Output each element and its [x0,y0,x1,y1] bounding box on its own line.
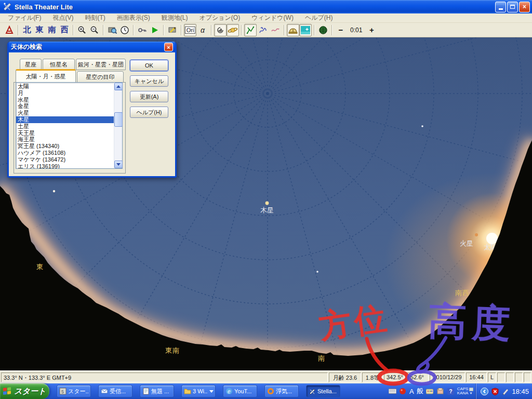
taskbar-clock[interactable]: 18:45 [512,388,529,395]
scroll-thumb[interactable] [114,112,123,127]
ime-pad-icon[interactable] [436,388,444,395]
hide-icons-icon[interactable] [481,388,488,395]
menu-options[interactable]: オプション(O) [193,14,246,22]
ime-input-mode[interactable]: A [409,388,414,395]
zoom-in-icon[interactable] [76,24,88,36]
status-date: 2010/12/29 [430,373,465,382]
twilight-sky-icon[interactable] [299,24,312,36]
update-button[interactable]: 更新(A) [130,91,168,102]
list-item[interactable]: 土星 [16,123,114,130]
toolbar: 北 東 南 西 Ori α [0,23,532,37]
keyboard-icon[interactable] [389,388,396,395]
taskbar-task-1[interactable]: 5 スター... [57,385,91,397]
status-mode: L [488,373,496,382]
list-item[interactable]: エリス (136199) [16,163,114,168]
menu-location[interactable]: 観測地(L) [156,14,194,22]
constellation-lines-icon[interactable] [244,24,257,36]
mars-dot[interactable] [475,233,478,236]
menu-file[interactable]: ファイル(F) [2,14,47,22]
scroll-up-icon[interactable] [114,83,123,90]
security-shield-icon[interactable] [491,388,499,395]
tab-deep-sky[interactable]: 銀河・星雲・星団 [76,59,126,70]
taskbar-task-2[interactable]: 受信... [98,385,132,397]
list-scrollbar[interactable] [114,83,122,168]
sky-map[interactable]: 木星 火星 太陽 東 東南 南 南西 天体の検索 × 星座 恒星名 銀河・星雲・… [0,37,532,370]
status-moon-age: 月齢 23.6 [329,373,361,382]
observation-site-icon[interactable] [3,24,16,36]
list-item[interactable]: 冥王星 (134340) [16,143,114,150]
list-item[interactable]: 水星 [16,97,114,103]
star-dot [53,190,55,192]
star-dot [316,271,318,273]
dialog-close-button[interactable]: × [164,43,173,51]
taskbar-task-5[interactable]: e YouT... [223,385,257,397]
taskbar-task-3[interactable]: 無題 ... [140,385,174,397]
time-link-icon[interactable] [136,24,149,36]
time-step-increase-button[interactable]: + [365,24,378,36]
horizon-panorama-icon[interactable] [287,24,299,36]
close-button[interactable]: × [519,2,530,12]
tab-sun-moon-planets[interactable]: 太陽・月・惑星 [16,69,76,83]
taskbar-task-stella[interactable]: Stella... [306,385,340,397]
constellation-art-icon[interactable] [257,24,269,36]
scroll-down-icon[interactable] [114,161,123,168]
restore-button[interactable] [507,2,518,12]
menu-help[interactable]: ヘルプ(H) [299,14,339,22]
list-item[interactable]: 月 [16,90,114,97]
ok-button[interactable]: OK [130,60,168,71]
list-item[interactable]: マケマケ (136472) [16,156,114,163]
dialog-title-bar[interactable]: 天体の検索 × [9,42,175,52]
taskbar-task-group[interactable]: 3 Wi... [181,385,216,397]
svg-text:5: 5 [61,389,64,394]
constellation-boundary-icon[interactable] [269,24,282,36]
tab-star-name[interactable]: 恒星名 [43,59,75,70]
menu-display[interactable]: 画面表示(S) [111,14,156,22]
face-west-button[interactable]: 西 [58,24,71,36]
search-object-icon[interactable] [106,24,118,36]
list-item[interactable]: 天王星 [16,130,114,137]
time-step-decrease-button[interactable]: − [335,24,347,36]
ime-ball-icon[interactable] [399,388,407,395]
sun-disc [486,233,498,244]
help-button[interactable]: ヘルプ(H) [130,107,168,118]
list-item-selected[interactable]: 木星 [16,116,114,123]
object-listbox[interactable]: 太陽 月 水星 金星 火星 木星 土星 天王星 海王星 冥王星 (134340)… [16,82,123,169]
constellation-abbrev-button[interactable]: Ori [184,24,196,36]
ime-conversion-mode[interactable]: 般 [417,387,423,396]
menu-view[interactable]: 視点(V) [47,14,79,22]
browser-icon: e [225,388,233,395]
taskbar-task-6[interactable]: 浮気... [264,385,299,397]
menu-time[interactable]: 時刻(T) [79,14,111,22]
cancel-button[interactable]: キャンセル [130,75,168,87]
zoom-out-icon[interactable] [88,24,101,36]
scroll-track[interactable] [114,90,122,161]
list-item[interactable]: ハウメア (136108) [16,150,114,156]
stella-theater-window: Stella Theater Lite × ファイル(F) 視点(V) 時刻(T… [0,0,532,399]
list-item[interactable]: 火星 [16,110,114,116]
menu-window[interactable]: ウィンドウ(W) [246,14,299,22]
list-item[interactable]: 太陽 [16,83,114,90]
galaxy-icon[interactable] [214,24,227,36]
play-animation-icon[interactable] [149,24,161,36]
list-item[interactable]: 金星 [16,103,114,110]
status-empty-cell [506,373,514,382]
ime-tools-icon[interactable] [426,388,434,395]
tab-sky-marks[interactable]: 星空の目印 [77,71,124,83]
clock-icon[interactable] [118,24,131,36]
ime-caps-kana[interactable]: CAPS KANA ▼ [457,387,474,395]
face-north-button[interactable]: 北 [21,24,33,36]
jupiter-dot[interactable] [265,202,269,205]
draw-settings-icon[interactable] [166,24,179,36]
tab-constellation[interactable]: 星座 [20,59,42,70]
star-name-button[interactable]: α [196,24,209,36]
planet-icon[interactable] [227,24,239,36]
direction-label-east: 東 [36,262,44,272]
ime-help-icon[interactable]: ? [447,388,455,395]
face-south-button[interactable]: 南 [46,24,58,36]
face-east-button[interactable]: 東 [33,24,46,36]
minimize-button[interactable] [495,2,506,12]
list-item[interactable]: 海王星 [16,136,114,143]
globe-icon[interactable] [317,24,329,36]
pen-tablet-icon[interactable] [501,388,509,395]
start-button[interactable]: スタート [0,383,49,399]
